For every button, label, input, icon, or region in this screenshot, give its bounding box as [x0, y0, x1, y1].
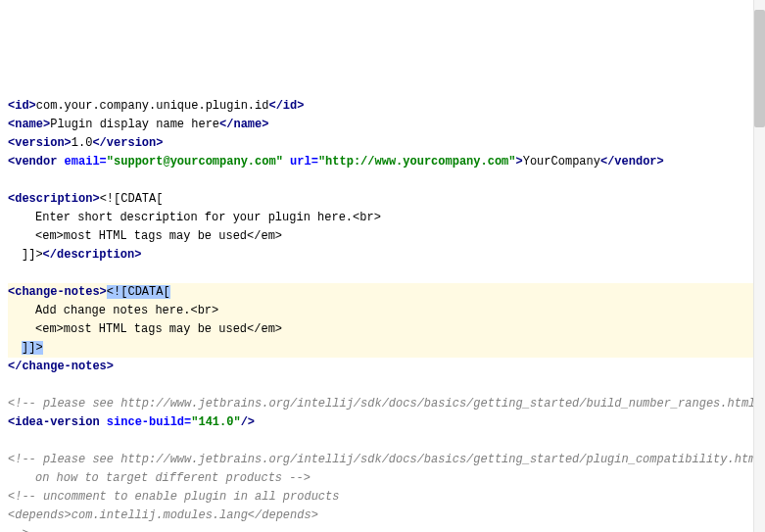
blank-line [8, 378, 15, 392]
xml-line: <name>Plugin display name here</name> [8, 118, 268, 131]
blank-line [8, 434, 15, 448]
xml-line: </change-notes> [8, 360, 114, 373]
xml-comment: <!-- please see http://www.jetbrains.org… [8, 453, 763, 466]
blank-line [8, 266, 15, 280]
cdata-close-line: ]]> [8, 339, 757, 358]
blank-line [8, 173, 15, 187]
xml-line-current: <change-notes><![CDATA[ [8, 283, 757, 302]
xml-line: <id>com.your.company.unique.plugin.id</i… [8, 99, 304, 113]
xml-comment: --> [8, 527, 29, 532]
xml-line: <idea-version since-build="141.0"/> [8, 415, 255, 429]
xml-comment: <!-- please see http://www.jetbrains.org… [8, 397, 765, 411]
xml-comment: <!-- uncomment to enable plugin in all p… [8, 490, 339, 504]
cdata-text: <em>most HTML tags may be used</em> [8, 320, 757, 339]
xml-comment: <depends>com.intellij.modules.lang</depe… [8, 508, 318, 522]
xml-line: <description><![CDATA[ [8, 192, 163, 206]
vertical-scrollbar[interactable] [753, 0, 765, 532]
scrollbar-thumb[interactable] [754, 10, 765, 127]
cdata-text: Enter short description for your plugin … [8, 211, 381, 224]
cdata-text: Add change notes here.<br> [8, 302, 757, 320]
cdata-text: <em>most HTML tags may be used</em> [8, 229, 282, 243]
xml-comment: on how to target different products --> [8, 471, 311, 485]
xml-line: <version>1.0</version> [8, 136, 163, 150]
editor-content[interactable]: <id>com.your.company.unique.plugin.id</i… [8, 78, 757, 532]
xml-line: ]]></description> [8, 248, 141, 262]
xml-line: <vendor email="support@yourcompany.com" … [8, 155, 664, 169]
